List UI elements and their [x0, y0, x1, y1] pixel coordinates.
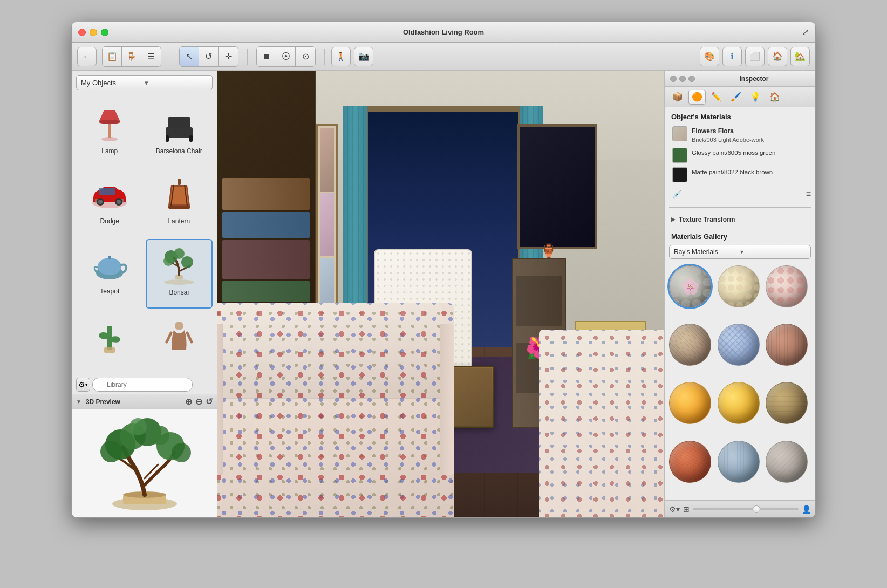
viewport[interactable]: 💡 🌺 — [217, 71, 664, 517]
fullscreen-button[interactable]: ⬜ — [745, 47, 765, 66]
ball-pattern — [766, 382, 807, 423]
inspector-title: Inspector — [698, 75, 810, 83]
render-icon: 🎨 — [704, 51, 715, 61]
info-button[interactable]: ℹ — [722, 47, 742, 66]
tab-materials[interactable]: 🖌️ — [727, 90, 745, 105]
furniture-view-button[interactable]: 🪑 — [122, 47, 141, 66]
material-ball[interactable] — [766, 382, 808, 424]
divider-1 — [669, 207, 811, 208]
material-ball[interactable] — [718, 441, 760, 483]
expand-icon[interactable]: ⤢ — [802, 27, 809, 37]
back-icon: ← — [83, 52, 91, 61]
material-item[interactable]: Glossy paint/6005 moss green — [669, 146, 811, 165]
list-item[interactable]: Lamp — [76, 99, 144, 167]
svg-point-43 — [150, 426, 169, 445]
ball-pattern — [718, 441, 759, 482]
objects-view-button[interactable]: 📋 — [103, 47, 122, 66]
tab-edit[interactable]: ✏️ — [708, 90, 725, 105]
inspector-dot-3[interactable] — [688, 76, 695, 82]
house-view-button[interactable]: 🏡 — [790, 47, 810, 66]
material-ball[interactable] — [718, 265, 760, 307]
list-item[interactable]: Lantern — [146, 169, 213, 237]
list-item[interactable]: Bonsai — [146, 239, 213, 309]
sofa-arm-left — [217, 324, 223, 474]
list-item[interactable] — [76, 311, 144, 371]
ball-pattern — [718, 324, 759, 365]
material-ball[interactable] — [718, 324, 760, 366]
material-ball[interactable] — [718, 382, 760, 424]
expand-icon: ▶ — [671, 216, 676, 222]
settings-gear-button[interactable]: ⚙▾ — [669, 505, 680, 514]
inspector-dot-2[interactable] — [679, 76, 686, 82]
tab-light[interactable]: 💡 — [747, 90, 764, 105]
gallery-dropdown-label: Ray's Materials — [674, 248, 740, 256]
photo-tool-button[interactable]: 📷 — [354, 47, 373, 66]
transform-tools: ↖ ↺ ✛ — [179, 46, 238, 67]
ball-pattern — [718, 266, 759, 307]
inspector-dot-1[interactable] — [670, 76, 677, 82]
list-item[interactable]: Teapot — [76, 239, 144, 309]
move-tool-button[interactable]: ✛ — [219, 47, 238, 66]
select-tool-button[interactable]: ↖ — [180, 47, 199, 66]
texture-transform-header[interactable]: ▶ Texture Transform — [665, 211, 815, 228]
floor-plan-button[interactable]: 🏠 — [768, 47, 787, 66]
sofa-body — [217, 303, 454, 517]
gallery-dropdown[interactable]: Ray's Materials ▾ — [669, 245, 811, 259]
preview-header[interactable]: ▼ 3D Preview ⊕ ⊖ ↺ — [72, 394, 217, 409]
render-quality-button[interactable]: 🎨 — [700, 47, 719, 66]
material-ball[interactable] — [766, 324, 808, 366]
dropper-tool-button[interactable]: 💉 — [669, 187, 684, 202]
object-label: Lantern — [168, 217, 190, 225]
material-ball[interactable] — [669, 265, 711, 307]
object-thumbnail — [158, 173, 201, 216]
tab-house[interactable]: 🏠 — [766, 90, 783, 105]
maximize-button[interactable] — [101, 29, 108, 36]
material-ball[interactable] — [669, 382, 711, 424]
tab-sphere[interactable]: 🟠 — [688, 90, 706, 105]
record-button[interactable]: ⏺ — [257, 47, 276, 66]
camera-photo-icon: 📷 — [358, 51, 369, 61]
zoom-out-button[interactable]: ⊖ — [195, 396, 202, 407]
search-input[interactable] — [92, 378, 193, 392]
list-item[interactable]: Barselona Chair — [146, 99, 213, 167]
material-ball[interactable] — [669, 441, 711, 483]
minimize-button[interactable] — [90, 29, 97, 36]
material-ball[interactable] — [766, 441, 808, 483]
material-ball[interactable] — [766, 265, 808, 307]
camera2-button[interactable]: ⊙ — [296, 47, 315, 66]
material-ball[interactable] — [669, 324, 711, 366]
reset-view-button[interactable]: ↺ — [206, 396, 213, 407]
preview-section: ▼ 3D Preview ⊕ ⊖ ↺ — [72, 394, 217, 517]
camera1-icon: ⦿ — [282, 52, 290, 61]
objects-dropdown[interactable]: My Objects ▾ — [76, 75, 213, 90]
material-item[interactable]: Matte paint/8022 black brown — [669, 165, 811, 184]
list-item[interactable] — [146, 311, 213, 371]
objects-grid: Lamp Barselona Chair — [72, 94, 217, 375]
edit-tab-icon: ✏️ — [711, 92, 722, 102]
slider-thumb[interactable] — [753, 505, 760, 513]
person-button[interactable]: 👤 — [802, 505, 811, 514]
preview-area — [72, 409, 217, 517]
gallery-view-button[interactable]: ⊞ — [683, 505, 690, 514]
close-button[interactable] — [78, 29, 86, 36]
list-item[interactable]: Dodge — [76, 169, 144, 237]
walk-tool-button[interactable]: 🚶 — [331, 47, 351, 66]
camera2-icon: ⊙ — [302, 51, 309, 61]
object-label: Teapot — [100, 288, 119, 295]
shelf-item — [222, 178, 310, 210]
rotate-tool-button[interactable]: ↺ — [199, 47, 219, 66]
menu-button[interactable]: ≡ — [806, 189, 811, 199]
materials-gallery-section: Materials Gallery Ray's Materials ▾ — [665, 228, 815, 500]
material-item[interactable]: Flowers Flora Brick/003 Light Adobe-work — [669, 124, 811, 146]
sofa-arm-right — [440, 324, 454, 474]
svg-line-34 — [187, 333, 192, 342]
camera1-button[interactable]: ⦿ — [276, 47, 296, 66]
gear-button[interactable]: ⚙ ▾ — [76, 378, 90, 392]
size-slider[interactable] — [693, 508, 799, 510]
tab-objects[interactable]: 📦 — [669, 90, 686, 105]
grid-view-button[interactable]: ☰ — [141, 47, 161, 66]
objects-tab-icon: 📦 — [672, 92, 683, 102]
back-button[interactable]: ← — [77, 47, 97, 66]
zoom-in-button[interactable]: ⊕ — [185, 396, 192, 407]
svg-point-42 — [100, 441, 122, 462]
